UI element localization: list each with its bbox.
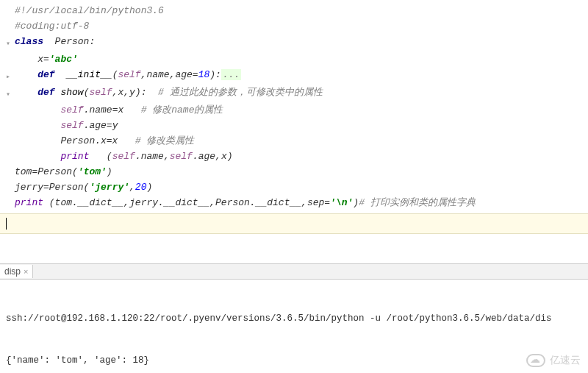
watermark: 亿速云	[526, 354, 581, 367]
fold-icon[interactable]: ▾	[6, 85, 15, 102]
console-output[interactable]: ssh://root@192.168.1.120:22/root/.pyenv/…	[0, 280, 588, 373]
code-line: #coding:utf-8	[15, 18, 89, 34]
code-line: tom=Person('tom')	[15, 164, 112, 180]
code-line: x='abc'	[15, 51, 78, 67]
code-line: self.name=x # 修改name的属性	[15, 102, 223, 118]
fold-icon[interactable]: ▸	[6, 67, 15, 85]
watermark-text: 亿速云	[550, 354, 581, 367]
console-line: {'name': 'tom', 'age': 18}	[6, 354, 588, 368]
console-line: ssh://root@192.168.1.120:22/root/.pyenv/…	[6, 312, 588, 326]
code-editor[interactable]: #!/usr/local/bin/python3.6 #coding:utf-8…	[0, 0, 588, 213]
code-line: def __init__(self,name,age=18):...	[15, 67, 241, 82]
text-cursor	[6, 218, 7, 230]
code-line: print (self.name,self.age,x)	[15, 149, 233, 164]
code-line: #!/usr/local/bin/python3.6	[15, 3, 164, 18]
console-tabbar: disp ×	[0, 263, 588, 280]
code-line: class Person:	[15, 34, 95, 49]
close-icon[interactable]: ×	[24, 267, 28, 276]
code-line: jerry=Person('jerry',20)	[15, 180, 152, 195]
fold-icon[interactable]: ▾	[6, 34, 15, 51]
cloud-icon	[526, 354, 545, 367]
code-line: Person.x=x # 修改类属性	[15, 133, 194, 149]
code-line: def show(self,x,y): # 通过此处的参数，可修改类中的属性	[15, 85, 323, 100]
tab-disp[interactable]: disp ×	[0, 265, 33, 278]
tab-label: disp	[4, 266, 21, 277]
code-line: print (tom.__dict__,jerry.__dict__,Perso…	[15, 195, 476, 210]
current-line-highlight[interactable]	[0, 213, 588, 234]
code-line: self.age=y	[15, 118, 118, 133]
